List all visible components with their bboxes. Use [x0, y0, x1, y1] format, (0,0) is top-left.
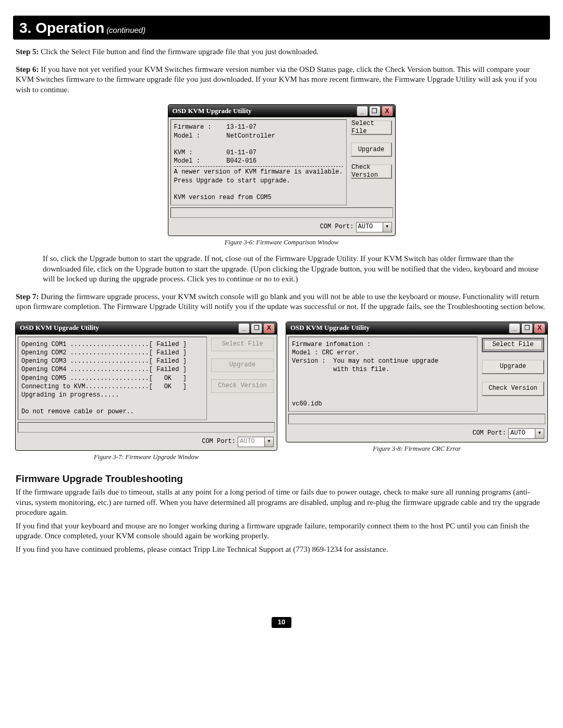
com-port-label: COM Port:: [320, 223, 354, 231]
log-line: Opening COM4 .....................[ Fail…: [21, 365, 203, 374]
check-version-button[interactable]: Check Version: [351, 164, 392, 179]
com-port-value: AUTO: [508, 428, 535, 439]
minimize-icon[interactable]: _: [509, 323, 520, 334]
com-port-label: COM Port:: [472, 429, 506, 438]
titlebar: OSD KVM Upgrade Utility _ ❐ X: [286, 322, 547, 335]
step6-label: Step 6:: [16, 65, 39, 73]
log-line: Version : You may not continue upgrade: [292, 357, 474, 365]
select-file-button: Select File: [211, 338, 274, 351]
log-pane: Firmware : 13-11-07 Model : NetControlle…: [170, 119, 347, 205]
status-bar: [18, 422, 275, 433]
osd-utility-window: OSD KVM Upgrade Utility _ ❐ X Opening CO…: [15, 322, 277, 451]
titlebar: OSD KVM Upgrade Utility _ ❐ X: [16, 322, 277, 335]
minimize-icon[interactable]: _: [357, 106, 368, 116]
com-port-dropdown[interactable]: AUTO ▾: [356, 222, 392, 232]
log-line: Firmware infomation :: [292, 340, 474, 349]
page-number: 10: [272, 617, 291, 628]
com-port-dropdown[interactable]: AUTO ▾: [508, 428, 544, 439]
step6-cont: If so, click the Upgrade button to start…: [43, 254, 547, 285]
select-file-button[interactable]: Select File: [482, 338, 544, 352]
log-line: Do not remove cable or power..: [21, 408, 203, 416]
log-line: Firmware : 13-11-07: [174, 123, 343, 131]
log-line: Upgrading in progress.....: [21, 391, 203, 399]
step5-label: Step 5:: [16, 47, 39, 56]
titlebar: OSD KVM Upgrade Utility _ ❐ X: [168, 105, 395, 117]
step6-text: If you have not yet verified your KVM Sw…: [16, 65, 537, 94]
step5: Step 5: Click the Select File button and…: [16, 47, 547, 57]
step6: Step 6: If you have not yet verified you…: [16, 65, 547, 95]
close-icon[interactable]: X: [263, 323, 275, 334]
section-header: 3. Operation (continued): [13, 16, 550, 40]
close-icon[interactable]: X: [382, 106, 393, 116]
log-pane: Opening COM1 .....................[ Fail…: [18, 337, 207, 420]
window-title: OSD KVM Upgrade Utility: [173, 107, 356, 116]
log-line: Opening COM5 .....................[ OK ]: [21, 374, 203, 382]
com-port-value: AUTO: [356, 222, 383, 232]
chevron-down-icon: ▾: [265, 437, 274, 447]
maximize-icon[interactable]: ❐: [251, 323, 262, 334]
divider: [174, 166, 343, 167]
log-line: [21, 399, 203, 408]
osd-utility-window: OSD KVM Upgrade Utility _ ❐ X Firmware :…: [168, 104, 396, 236]
check-version-button: Check Version: [211, 379, 274, 393]
log-line: Connecting to KVM.................[ OK ]: [21, 382, 203, 391]
osd-utility-window: OSD KVM Upgrade Utility _ ❐ X Firmware i…: [286, 322, 548, 442]
figure-caption: Figure 3-8: Firmware CRC Error: [373, 445, 461, 453]
troubleshoot-p2: If you find that your keyboard and mouse…: [16, 521, 547, 541]
log-line: Press Upgrade to start upgrade.: [174, 177, 343, 185]
section-continued: (continued): [106, 26, 145, 34]
upgrade-button[interactable]: Upgrade: [482, 360, 544, 374]
log-line: [174, 140, 343, 149]
step7-text: During the firmware upgrade process, you…: [16, 292, 545, 311]
troubleshoot-heading: Firmware Upgrade Troubleshooting: [16, 473, 547, 486]
log-line: KVM version read from COM5: [174, 193, 343, 202]
com-port-dropdown: AUTO ▾: [238, 437, 274, 447]
chevron-down-icon[interactable]: ▾: [535, 428, 544, 439]
log-line: KVM : 01-11-07: [174, 149, 343, 157]
troubleshoot-p3: If you find you have continued problems,…: [16, 545, 547, 555]
close-icon[interactable]: X: [534, 323, 545, 334]
figure-caption: Figure 3-7: Firmware Upgrade Window: [94, 453, 199, 461]
figure-caption: Figure 3-6: Firmware Comparison Window: [16, 238, 547, 246]
window-title: OSD KVM Upgrade Utility: [290, 324, 508, 332]
upgrade-button: Upgrade: [211, 359, 274, 372]
minimize-icon[interactable]: _: [238, 323, 250, 334]
status-bar: [288, 414, 545, 424]
com-port-label: COM Port:: [202, 438, 236, 446]
log-line: Opening COM3 .....................[ Fail…: [21, 357, 203, 365]
select-file-button[interactable]: Select File: [351, 120, 392, 135]
log-line: [174, 185, 343, 193]
step7-label: Step 7:: [16, 292, 39, 301]
troubleshoot-p1: If the firmware upgrade fails due to tim…: [16, 487, 547, 518]
log-line: Model : NetController: [174, 132, 343, 140]
section-title: 3. Operation: [19, 20, 104, 36]
com-port-value: AUTO: [238, 437, 265, 447]
log-line: Opening COM2 .....................[ Fail…: [21, 349, 203, 357]
step7: Step 7: During the firmware upgrade proc…: [16, 292, 547, 312]
log-line: A newer version of KVM firmware is avail…: [174, 168, 343, 176]
status-bar: [170, 207, 393, 218]
log-line: with this file.: [292, 365, 474, 374]
step5-text: Click the Select File button and find th…: [41, 47, 319, 56]
window-title: OSD KVM Upgrade Utility: [20, 324, 237, 332]
log-line: Model : B042-016: [174, 157, 343, 165]
maximize-icon[interactable]: ❐: [369, 106, 381, 116]
maximize-icon[interactable]: ❐: [521, 323, 533, 334]
check-version-button[interactable]: Check Version: [482, 381, 544, 396]
log-line: Opening COM1 .....................[ Fail…: [21, 340, 203, 349]
log-line: Model : CRC error.: [292, 349, 474, 357]
chevron-down-icon[interactable]: ▾: [383, 222, 392, 232]
upgrade-button[interactable]: Upgrade: [351, 142, 392, 157]
log-pane: Firmware infomation : Model : CRC error.…: [288, 337, 478, 412]
status-text: vc60.idb: [292, 400, 474, 408]
